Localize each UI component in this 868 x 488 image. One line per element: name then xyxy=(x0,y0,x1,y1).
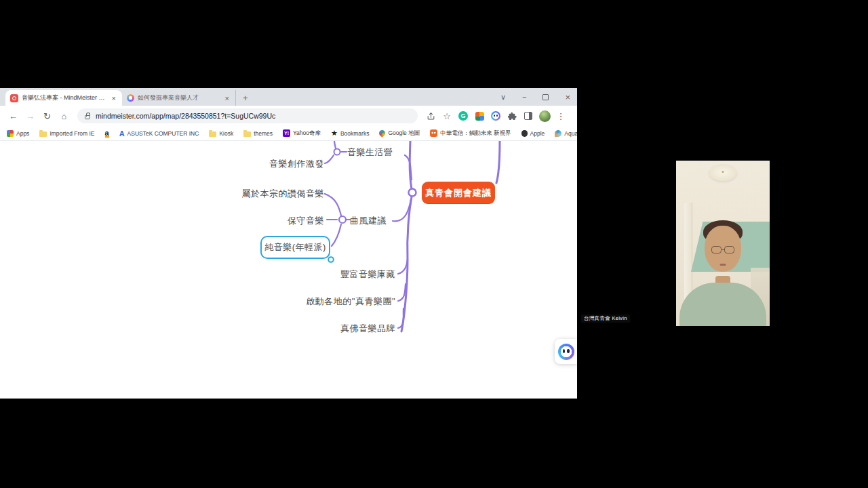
mindmeister-favicon-icon xyxy=(10,94,18,102)
minimize-button[interactable]: − xyxy=(522,93,526,101)
mindmap-node-pure-selected[interactable]: 純音樂(年輕派) xyxy=(260,236,330,259)
palette-extension-icon[interactable] xyxy=(472,112,487,121)
mindmap-node-camp[interactable]: 音樂生活營 xyxy=(347,146,393,159)
folder-icon xyxy=(243,131,251,137)
address-bar[interactable]: mindmeister.com/app/map/2843550851?t=Sug… xyxy=(77,108,418,123)
mindmap-node-bands[interactable]: 啟動各地的"真青樂團" xyxy=(292,296,395,308)
bookmark-cht[interactable]: 中華電信：觸動未來 新視界 xyxy=(430,129,511,138)
mindmap-node-brand[interactable]: 真佛音樂品牌 xyxy=(336,323,395,335)
mindmap-node-conservative[interactable]: 保守音樂 xyxy=(283,215,324,227)
browser-menu-icon[interactable]: ⋮ xyxy=(553,111,568,121)
mindmap-node-library[interactable]: 豐富音樂庫藏 xyxy=(336,268,395,281)
bookmarks-bar: Apps Imported From IE a A ASUSTeK COMPUT… xyxy=(0,126,577,141)
tab-close-icon[interactable]: × xyxy=(224,94,231,102)
bookmark-themes[interactable]: themes xyxy=(243,130,273,137)
browser-toolbar: ← → ↻ ⌂ mindmeister.com/app/map/28435508… xyxy=(0,106,577,126)
cht-icon xyxy=(430,129,437,137)
tab-search-icon[interactable]: ∨ xyxy=(500,93,506,102)
bookmark-imported-from-ie[interactable]: Imported From IE xyxy=(39,130,94,137)
tab-close-icon[interactable]: × xyxy=(111,94,117,102)
apps-grid-icon xyxy=(7,130,14,137)
forward-button: → xyxy=(22,111,38,121)
profile-avatar[interactable] xyxy=(537,110,552,122)
map-pin-icon xyxy=(378,129,387,138)
lock-icon[interactable] xyxy=(85,115,90,119)
back-button[interactable]: ← xyxy=(5,111,21,121)
participant-video-tile[interactable]: 台灣真青會 Kelvin xyxy=(580,163,868,325)
participant-name-label: 台灣真青會 Kelvin xyxy=(581,314,630,323)
reload-button[interactable]: ↻ xyxy=(39,111,55,121)
bookmark-star-icon[interactable]: ☆ xyxy=(439,111,454,121)
bookmark-asustek[interactable]: A ASUSTeK COMPUTER INC xyxy=(119,129,199,138)
webcam-video xyxy=(676,161,770,326)
extensions-puzzle-icon[interactable] xyxy=(505,112,519,121)
mindmap-node-style[interactable]: 曲風建議 xyxy=(350,215,387,227)
mindmap-canvas[interactable]: 音樂生活營 音樂創作激發 屬於本宗的讚偈音樂 保守音樂 純音樂(年輕派) 曲風建… xyxy=(0,141,577,399)
browser-window: 音樂弘法專案 - MindMeister Mind Map × 如何發掘專業音樂… xyxy=(0,88,577,399)
url-text[interactable]: mindmeister.com/app/map/2843550851?t=Sug… xyxy=(96,112,275,120)
tab2-favicon-icon xyxy=(127,94,134,102)
mindmap-node-hymn[interactable]: 屬於本宗的讚偈音樂 xyxy=(237,188,324,200)
folder-icon xyxy=(39,131,47,137)
yahoo-icon: Y! xyxy=(283,129,290,137)
new-tab-button[interactable]: + xyxy=(236,90,255,106)
bookmark-kiosk[interactable]: Kiosk xyxy=(209,130,233,137)
window-controls: ∨ − × xyxy=(500,88,570,106)
tab-title: 音樂弘法專案 - MindMeister Mind Map xyxy=(22,94,107,102)
tab-mindmeister[interactable]: 音樂弘法專案 - MindMeister Mind Map × xyxy=(5,90,122,106)
restore-button[interactable] xyxy=(542,94,549,100)
chat-bot-face-icon xyxy=(558,344,574,360)
bookmark-apple[interactable]: Apple xyxy=(521,130,545,137)
folder-icon xyxy=(209,131,216,137)
asus-icon: A xyxy=(119,129,125,138)
apple-icon xyxy=(521,130,528,137)
amazon-icon: a xyxy=(105,129,109,138)
mindmap-root-node[interactable]: 真青會開會建議 xyxy=(422,182,495,204)
person-glasses xyxy=(711,246,734,253)
person-mouth xyxy=(720,264,726,266)
tab-title: 如何發掘專業音樂人才 xyxy=(138,94,220,102)
side-panel-icon[interactable] xyxy=(521,112,536,120)
lamp-dot xyxy=(722,171,724,173)
close-window-button[interactable]: × xyxy=(565,92,570,102)
fish-icon xyxy=(555,130,561,137)
mindmap-branch-lines xyxy=(0,141,577,399)
home-button[interactable]: ⌂ xyxy=(56,111,72,121)
bookmark-aquarium[interactable]: Aquarium Supplies & Accessorie... xyxy=(555,130,577,137)
bookmark-amazon[interactable]: a xyxy=(105,129,109,138)
bookmark-apps[interactable]: Apps xyxy=(7,130,29,137)
screen-share-stage: 音樂弘法專案 - MindMeister Mind Map × 如何發掘專業音樂… xyxy=(0,0,868,488)
star-icon: ★ xyxy=(331,129,338,138)
bookmark-bookmarks[interactable]: ★ Bookmarks xyxy=(331,129,369,138)
tab-strip: 音樂弘法專案 - MindMeister Mind Map × 如何發掘專業音樂… xyxy=(0,88,577,106)
assistant-extension-icon[interactable] xyxy=(488,111,503,121)
help-chat-button[interactable] xyxy=(555,339,577,364)
share-icon[interactable] xyxy=(423,112,438,121)
bookmark-yahoo[interactable]: Y! Yahoo奇摩 xyxy=(283,129,321,138)
grammarly-extension-icon[interactable]: G xyxy=(456,111,471,121)
mindmap-node-creation[interactable]: 音樂創作激發 xyxy=(258,158,324,170)
bookmark-google-maps[interactable]: Google 地圖 xyxy=(379,129,420,138)
tab-secondary[interactable]: 如何發掘專業音樂人才 × xyxy=(122,90,236,106)
